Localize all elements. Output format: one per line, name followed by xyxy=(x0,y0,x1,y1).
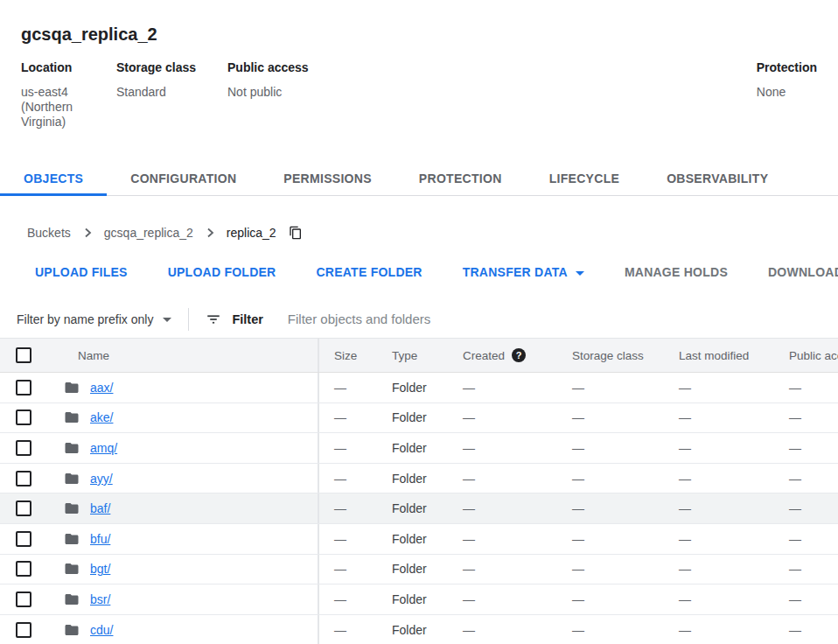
folder-link[interactable]: aax/ xyxy=(90,381,113,395)
row-checkbox[interactable] xyxy=(16,561,31,577)
breadcrumb-item-current-folder: replica_2 xyxy=(227,226,276,240)
row-cell-name: cdu/ xyxy=(48,615,319,644)
row-cell-size: — xyxy=(319,410,372,424)
row-cell-storage-class: — xyxy=(554,623,663,637)
header-cell-storage-class: Storage class xyxy=(554,349,663,362)
folder-link[interactable]: cdu/ xyxy=(90,623,113,637)
toolbar-action-button[interactable]: UPLOAD FILES xyxy=(35,265,128,279)
toolbar-action-label: UPLOAD FILES xyxy=(35,265,128,279)
row-checkbox[interactable] xyxy=(16,531,31,547)
select-all-checkbox[interactable] xyxy=(16,347,31,363)
folder-link[interactable]: bfu/ xyxy=(90,532,110,546)
row-cell-created: — xyxy=(449,592,554,606)
row-checkbox[interactable] xyxy=(16,410,31,425)
folder-link[interactable]: ayy/ xyxy=(90,472,113,486)
folder-icon xyxy=(64,500,80,516)
breadcrumb-item-buckets[interactable]: Buckets xyxy=(27,226,71,240)
copy-path-button[interactable] xyxy=(289,226,303,240)
table-row: amq/ — Folder — — — — xyxy=(0,433,838,464)
transfer-data-button[interactable]: TRANSFER DATA xyxy=(463,265,584,279)
filter-label: Filter xyxy=(232,312,262,326)
row-cell-storage-class: — xyxy=(554,592,663,606)
row-cell-storage-class: — xyxy=(554,532,663,546)
row-cell-select xyxy=(0,464,48,494)
header-cell-type: Type xyxy=(372,349,449,362)
header-cell-last-modified: Last modified xyxy=(663,349,772,362)
row-cell-type: Folder xyxy=(372,562,449,576)
row-cell-type: Folder xyxy=(372,592,449,606)
filter-bar: Filter by name prefix only Filter xyxy=(0,300,838,339)
tab[interactable]: PERMISSIONS xyxy=(260,161,395,196)
toolbar-action-label: CREATE FOLDER xyxy=(316,265,422,279)
row-cell-public-access: — xyxy=(772,381,838,395)
folder-link[interactable]: bsr/ xyxy=(90,592,110,606)
metadata-item: Location us-east4 (Northern Virginia) xyxy=(21,60,116,130)
row-cell-select xyxy=(0,373,48,402)
metadata-item: Public access Not public xyxy=(227,60,757,130)
row-cell-storage-class: — xyxy=(554,501,663,515)
row-checkbox[interactable] xyxy=(16,622,31,638)
row-cell-last-modified: — xyxy=(663,410,772,424)
row-cell-size: — xyxy=(319,441,372,455)
row-cell-last-modified: — xyxy=(663,562,772,576)
toolbar-disabled-button[interactable]: MANAGE HOLDS xyxy=(625,265,728,279)
row-checkbox[interactable] xyxy=(16,471,31,486)
metadata-value: Standard xyxy=(116,85,227,100)
folder-link[interactable]: ake/ xyxy=(90,410,113,424)
row-cell-type: Folder xyxy=(372,410,449,424)
row-cell-select xyxy=(0,555,48,584)
filter-scope-dropdown[interactable]: Filter by name prefix only xyxy=(17,312,171,326)
folder-link[interactable]: amq/ xyxy=(90,441,117,455)
tab-label: CONFIGURATION xyxy=(130,172,236,186)
table-row: baf/ — Folder — — — — xyxy=(0,494,838,524)
bucket-metadata-row: Location us-east4 (Northern Virginia) St… xyxy=(21,60,817,130)
tab[interactable]: CONFIGURATION xyxy=(107,161,260,196)
table-header-row: Name Size Type Created ? Storage class L… xyxy=(0,339,838,373)
metadata-value: us-east4 (Northern Virginia) xyxy=(21,85,116,130)
row-cell-created: — xyxy=(449,441,554,455)
toolbar-action-label: DOWNLOAD xyxy=(768,265,838,279)
row-cell-public-access: — xyxy=(772,532,838,546)
help-icon[interactable]: ? xyxy=(512,348,526,362)
metadata-value: None xyxy=(757,85,817,100)
tab[interactable]: PROTECTION xyxy=(395,161,526,196)
row-cell-select xyxy=(0,524,48,554)
row-cell-size: — xyxy=(319,501,372,515)
table-body: aax/ — Folder — — — — ake/ xyxy=(0,373,838,644)
row-cell-created: — xyxy=(449,410,554,424)
folder-icon xyxy=(64,380,80,396)
row-checkbox[interactable] xyxy=(16,500,31,516)
chevron-down-icon xyxy=(576,271,584,276)
header-cell-created: Created ? xyxy=(449,348,554,362)
toolbar-disabled-button[interactable]: DOWNLOAD xyxy=(768,265,838,279)
toolbar-action-button[interactable]: CREATE FOLDER xyxy=(316,265,422,279)
row-cell-type: Folder xyxy=(372,623,449,637)
filter-objects-input[interactable] xyxy=(286,311,838,327)
row-cell-name: baf/ xyxy=(48,494,319,523)
tab[interactable]: OBJECTS xyxy=(0,161,107,196)
row-cell-storage-class: — xyxy=(554,410,663,424)
folder-link[interactable]: baf/ xyxy=(90,501,110,515)
table-row: bgt/ — Folder — — — — xyxy=(0,555,838,585)
row-checkbox[interactable] xyxy=(16,440,31,456)
chevron-down-icon xyxy=(163,318,171,322)
tab[interactable]: LIFECYCLE xyxy=(526,161,643,196)
tab-bar: OBJECTS CONFIGURATION PERMISSIONS PROTEC… xyxy=(0,161,838,196)
table-row: ayy/ — Folder — — — — xyxy=(0,464,838,494)
folder-link[interactable]: bgt/ xyxy=(90,562,110,576)
row-cell-last-modified: — xyxy=(663,592,772,606)
row-cell-name: ake/ xyxy=(48,403,319,433)
object-toolbar: UPLOAD FILES UPLOAD FOLDER CREATE FOLDER… xyxy=(0,262,838,283)
toolbar-action-button[interactable]: UPLOAD FOLDER xyxy=(168,265,276,279)
breadcrumb-item-bucket[interactable]: gcsqa_replica_2 xyxy=(104,226,193,240)
row-checkbox[interactable] xyxy=(16,592,31,607)
tab-label: PROTECTION xyxy=(419,172,502,186)
row-checkbox[interactable] xyxy=(16,380,31,396)
folder-icon xyxy=(64,440,80,456)
row-cell-public-access: — xyxy=(772,501,838,515)
row-cell-created: — xyxy=(449,501,554,515)
metadata-label: Location xyxy=(21,60,116,74)
tab[interactable]: OBSERVABILITY xyxy=(643,161,792,196)
tab-label: OBJECTS xyxy=(24,172,83,186)
row-cell-created: — xyxy=(449,623,554,637)
